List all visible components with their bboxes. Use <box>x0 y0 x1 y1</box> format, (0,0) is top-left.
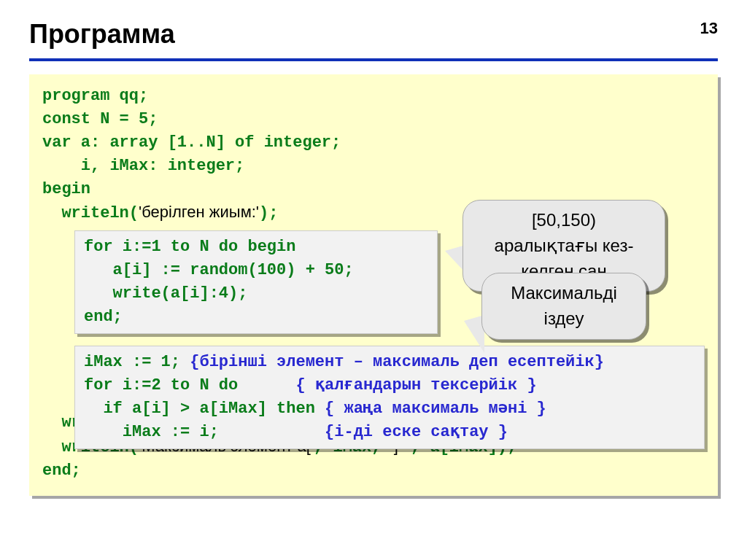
code-line: iMax := i; {i-ді еске сақтау } <box>84 421 695 444</box>
code-line: end; <box>84 306 428 329</box>
code-panel: program qq; const N = 5; var a: array [1… <box>29 74 718 496</box>
code-line: for i:=1 to N do begin <box>84 236 428 259</box>
code-line: write(a[i]:4); <box>84 282 428 306</box>
code-line: iMax := 1; {бірінші элемент – максималь … <box>84 351 695 374</box>
code-line: program qq; <box>42 85 705 108</box>
code-line: begin <box>42 178 705 201</box>
code-box-max: iMax := 1; {бірінші элемент – максималь … <box>74 346 705 449</box>
code-line: end; <box>42 459 705 483</box>
code-line: i, iMax: integer; <box>42 155 705 178</box>
code-box-random: for i:=1 to N do begin a[i] := random(10… <box>74 230 438 334</box>
code-line: for i:=2 to N do { қалғандарын тексерйік… <box>84 374 695 397</box>
code-line: var a: array [1..N] of integer; <box>42 131 705 155</box>
code-line: const N = 5; <box>42 108 705 131</box>
page-number: 13 <box>700 19 718 38</box>
slide: Программа 13 program qq; const N = 5; va… <box>0 0 747 560</box>
code-line: if a[i] > a[iMax] then { жаңа максималь … <box>84 397 695 421</box>
page-title: Программа <box>29 19 175 50</box>
callout-max-search: Максимальді іздеу <box>481 273 646 340</box>
code-line: a[i] := random(100) + 50; <box>84 259 428 282</box>
header: Программа 13 <box>29 19 718 50</box>
title-rule <box>29 58 718 61</box>
